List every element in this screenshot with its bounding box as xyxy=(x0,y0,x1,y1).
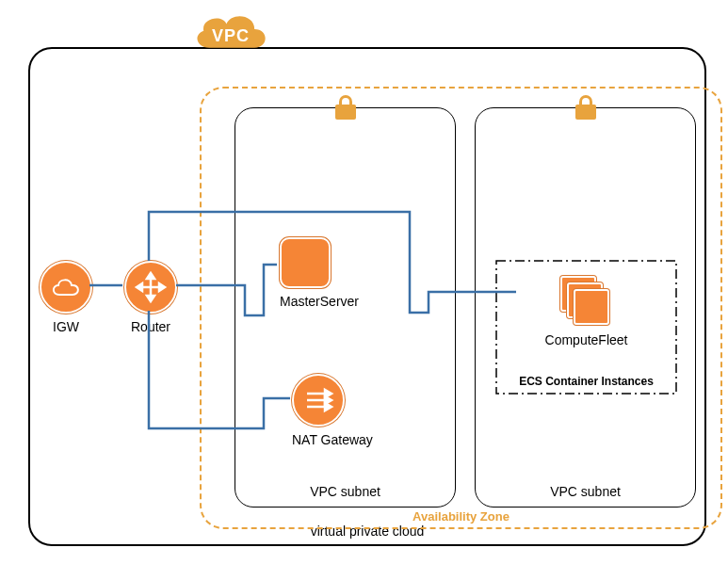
ecs-box-label: ECS Container Instances xyxy=(519,375,654,388)
compute-fleet-label: ComputeFleet xyxy=(545,332,628,347)
lock-icon xyxy=(575,95,596,120)
nat-gateway-node: NAT Gateway xyxy=(292,374,373,447)
svg-marker-3 xyxy=(147,296,154,301)
availability-zone-label: Availability Zone xyxy=(413,509,510,524)
cloud-glyph-icon xyxy=(50,276,82,298)
ecs-container-content: ComputeFleet ECS Container Instances xyxy=(494,259,678,395)
svg-marker-5 xyxy=(159,283,165,291)
vpc-cloud-label: VPC xyxy=(212,26,250,46)
subnet-right: VPC subnet ComputeFleet ECS Container In… xyxy=(475,107,696,508)
nat-gateway-label: NAT Gateway xyxy=(292,432,373,447)
svg-marker-2 xyxy=(147,273,154,279)
nat-arrows-icon xyxy=(301,383,335,417)
subnet-right-label: VPC subnet xyxy=(550,484,621,499)
router-arrows-icon xyxy=(134,270,168,304)
master-server-node: MasterServer xyxy=(280,237,359,309)
svg-marker-12 xyxy=(325,403,332,411)
vpc-cloud-badge: VPC xyxy=(188,5,273,61)
vpc-container: virtual private cloud IGW Router xyxy=(28,47,706,546)
instance-icon xyxy=(280,237,331,288)
subnet-left-label: VPC subnet xyxy=(310,484,380,499)
router-icon xyxy=(124,261,177,314)
igw-label: IGW xyxy=(40,319,92,334)
svg-marker-4 xyxy=(137,283,142,291)
compute-fleet-stack-icon xyxy=(560,276,613,329)
igw-node: IGW xyxy=(40,261,92,334)
igw-icon xyxy=(40,261,92,314)
router-node: Router xyxy=(124,261,177,334)
master-server-label: MasterServer xyxy=(280,294,359,309)
lock-icon xyxy=(335,95,356,120)
availability-zone: Availability Zone VPC subnet VPC subnet xyxy=(200,87,722,529)
router-label: Router xyxy=(124,319,177,334)
nat-icon xyxy=(292,374,345,427)
